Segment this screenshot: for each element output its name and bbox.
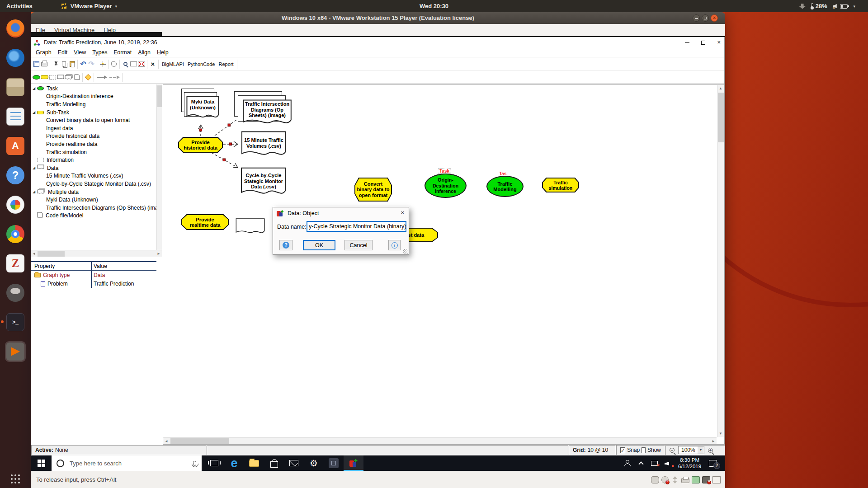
dock-item-ubuntu-software[interactable]: A bbox=[5, 136, 26, 156]
menu-help[interactable]: Help bbox=[154, 49, 172, 56]
expander-icon[interactable]: ◢ bbox=[33, 166, 37, 170]
taskbar-dark-app-button[interactable] bbox=[324, 455, 344, 471]
data-shape-icon[interactable] bbox=[57, 72, 65, 83]
tree-item-task[interactable]: ◢Task bbox=[31, 84, 162, 93]
volume-muted-indicator[interactable]: × bbox=[833, 2, 835, 10]
zoom-tool-icon[interactable] bbox=[121, 59, 129, 70]
extension-tray-icon[interactable] bbox=[799, 4, 806, 9]
show-applications-button[interactable] bbox=[11, 474, 20, 483]
data-node-15-minute-volumes[interactable]: 15 Minute Traffic Volumes (.csv) bbox=[241, 131, 287, 162]
data-name-input[interactable]: y-Cycle Strategic Monitor Data (binary) … bbox=[307, 221, 406, 232]
dialog-close-icon[interactable]: × bbox=[401, 209, 404, 216]
expander-icon[interactable]: ◢ bbox=[33, 86, 37, 90]
tree-item-provide-historical-data[interactable]: Provide historical data bbox=[31, 132, 162, 141]
dock-item-media[interactable] bbox=[5, 194, 26, 215]
bigmlapi-button[interactable]: BigMLAPI bbox=[160, 61, 186, 67]
zoom-out-icon[interactable]: − bbox=[670, 448, 675, 453]
copy-icon[interactable] bbox=[60, 59, 68, 70]
canvas-vertical-scrollbar[interactable]: ▲ ▼ bbox=[717, 85, 724, 437]
action-center-button[interactable]: 2 bbox=[709, 455, 717, 471]
menu-align[interactable]: Align bbox=[135, 49, 154, 56]
subtask-node-traffic-simulation[interactable]: Traffic simulation bbox=[542, 178, 579, 192]
ok-button[interactable]: OK bbox=[303, 240, 335, 250]
scroll-down-icon[interactable]: ▼ bbox=[717, 430, 724, 437]
dock-item-chrome[interactable] bbox=[5, 224, 26, 244]
tree-item-ingest-data[interactable]: Ingest data bbox=[31, 124, 162, 132]
expander-icon[interactable]: ◢ bbox=[33, 110, 37, 114]
taskbar-clock[interactable]: 8:30 PM 6/12/2019 bbox=[678, 457, 701, 472]
data-node-traffic-intersection[interactable]: Traffic Intersection Diagrams (Op Sheets… bbox=[234, 91, 292, 130]
vm-clipboard-icon[interactable] bbox=[712, 476, 721, 483]
redo-icon[interactable]: ↷ bbox=[87, 59, 95, 70]
tree-item-cycle-by-cycle[interactable]: Cycle-by-Cycle Stategic Monitor Data (.c… bbox=[31, 180, 162, 188]
taskbar-mail-button[interactable] bbox=[284, 455, 304, 471]
dialog-help-button[interactable]: ? bbox=[279, 240, 292, 250]
tree-item-data[interactable]: ◢Data bbox=[31, 164, 162, 172]
taskbar-file-explorer-button[interactable] bbox=[244, 455, 264, 471]
subtask-node-provide-realtime[interactable]: Provide realtime data bbox=[181, 214, 229, 230]
task-node-origin-destination[interactable]: Origin-Destination inference bbox=[425, 174, 467, 198]
taskbar-search-box[interactable]: Type here to search bbox=[52, 455, 202, 471]
tray-volume-button[interactable]: × bbox=[665, 455, 672, 471]
dialog-info-button[interactable]: i bbox=[388, 240, 401, 250]
data-node-myki[interactable]: Myki Data (Unknown) bbox=[181, 89, 219, 124]
focused-app-menu[interactable]: VMware Player ▾ bbox=[61, 3, 117, 9]
snap-checkbox[interactable]: ✓ bbox=[620, 447, 625, 453]
add-node-icon[interactable] bbox=[99, 59, 107, 70]
scroll-right-icon[interactable]: ► bbox=[710, 438, 717, 445]
dock-item-firefox[interactable] bbox=[5, 18, 26, 39]
scroll-left-icon[interactable]: ◄ bbox=[163, 438, 170, 445]
menu-graph[interactable]: Graph bbox=[33, 49, 55, 56]
vm-harddisk-icon[interactable] bbox=[651, 476, 659, 483]
taskbar-store-button[interactable] bbox=[264, 455, 284, 471]
data-node-cycle-by-cycle[interactable]: Cycle-by-Cycle Stategic Monitor Data (.c… bbox=[241, 167, 287, 202]
vmware-maximize-button[interactable] bbox=[702, 14, 709, 22]
print-icon[interactable] bbox=[40, 59, 48, 70]
dock-item-files[interactable] bbox=[5, 77, 26, 98]
taskbar-edge-button[interactable]: e bbox=[224, 455, 244, 471]
vmware-close-button[interactable]: × bbox=[711, 14, 718, 22]
start-button[interactable] bbox=[31, 455, 52, 471]
expander-icon[interactable]: ◢ bbox=[33, 190, 37, 194]
dashed-arrow-connector-icon[interactable] bbox=[108, 72, 121, 83]
information-shape-icon[interactable] bbox=[48, 72, 57, 83]
file-shape-icon[interactable] bbox=[73, 72, 81, 83]
activities-button[interactable]: Activities bbox=[6, 3, 33, 9]
vm-network-adapter-icon[interactable] bbox=[692, 476, 700, 483]
paste-icon[interactable] bbox=[68, 59, 76, 70]
tree-vertical-scrollbar[interactable] bbox=[156, 84, 162, 250]
graph-canvas[interactable]: Myki Data (Unknown) Traffic Intersection… bbox=[163, 84, 724, 445]
taskbar-graph-app-button[interactable] bbox=[344, 455, 363, 471]
tray-network-button[interactable]: × bbox=[651, 455, 658, 471]
dock-item-thunderbird[interactable] bbox=[5, 47, 26, 68]
pan-hand-icon[interactable] bbox=[110, 59, 118, 70]
delete-icon[interactable]: × bbox=[149, 59, 157, 70]
data-node-empty[interactable] bbox=[236, 218, 265, 237]
battery-icon[interactable] bbox=[840, 4, 848, 9]
multiple-data-shape-icon[interactable] bbox=[65, 72, 73, 83]
dock-item-help[interactable]: ? bbox=[5, 165, 26, 186]
report-view-icon[interactable] bbox=[32, 59, 40, 70]
vmware-minimize-button[interactable] bbox=[693, 14, 700, 22]
system-menu-caret-icon[interactable]: ▾ bbox=[853, 4, 855, 9]
dialog-titlebar[interactable]: Data: Object × bbox=[273, 207, 409, 219]
microphone-icon[interactable] bbox=[193, 461, 196, 466]
property-row-graph-type[interactable]: Graph type Data bbox=[31, 271, 156, 279]
tree-item-traffic-intersection-diagrams[interactable]: Traffic Intersection Diagrams (Op Sheets… bbox=[31, 204, 162, 212]
fit-view-icon[interactable] bbox=[137, 59, 146, 70]
tree-item-provide-realtime-data[interactable]: Provide realtime data bbox=[31, 140, 162, 148]
decision-shape-icon[interactable] bbox=[84, 72, 92, 83]
zoom-in-icon[interactable]: + bbox=[708, 448, 713, 453]
dock-item-gimp[interactable] bbox=[5, 282, 26, 303]
tree-item-traffic-simulation[interactable]: Traffic simulation bbox=[31, 148, 162, 156]
clock[interactable]: Wed 20:30 bbox=[0, 3, 868, 9]
report-button[interactable]: Report bbox=[217, 61, 235, 67]
tree-item-multiple-data[interactable]: ◢Multiple data bbox=[31, 188, 162, 196]
show-checkbox[interactable] bbox=[642, 447, 646, 453]
vm-cdrom-disconnected-icon[interactable] bbox=[661, 476, 669, 483]
cancel-button[interactable]: Cancel bbox=[344, 240, 373, 250]
property-row-problem[interactable]: Problem Traffic Prediction bbox=[31, 279, 156, 288]
vm-printer-icon[interactable] bbox=[681, 478, 689, 483]
app-close-icon[interactable]: × bbox=[717, 37, 721, 48]
cut-icon[interactable] bbox=[52, 59, 60, 70]
